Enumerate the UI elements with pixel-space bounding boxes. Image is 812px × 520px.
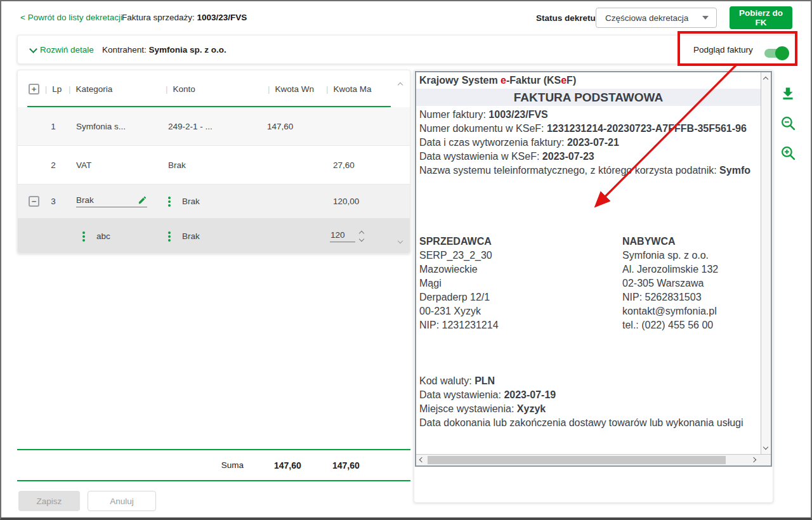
scroll-left-icon[interactable] <box>419 457 424 462</box>
invoice-preview-toggle-label: Podgląd faktury <box>693 45 753 55</box>
invoice-line: Numer faktury: 1003/23/FVS <box>416 108 761 122</box>
chevron-down-icon <box>702 16 709 20</box>
column-header-kwota-ma: |Kwota Ma <box>325 84 382 94</box>
cancel-button[interactable]: Anuluj <box>88 491 156 511</box>
collapse-row-button[interactable]: − <box>29 196 39 207</box>
seller-block: SPRZEDAWCA SERP_23_2_30 Mazowieckie Mągi… <box>419 235 622 332</box>
column-header-kwota-wn: |Kwota Wn <box>259 84 325 94</box>
table-subrow[interactable]: abc Brak <box>18 218 410 254</box>
seller-header: SPRZEDAWCA <box>419 236 492 247</box>
invoice-line: Data dokonania lub zakończenia dostawy t… <box>416 416 761 430</box>
stepper-down-icon[interactable] <box>359 237 364 242</box>
sum-row: Suma 147,60 147,60 <box>17 449 410 481</box>
back-to-decree-list-link[interactable]: < Powrót do listy dekretacji <box>20 13 122 22</box>
zoom-in-icon[interactable] <box>780 145 796 162</box>
invoice-type-title: FAKTURA PODSTAWOWA <box>416 89 761 106</box>
cell-kwota-ma: 27,60 <box>325 160 382 170</box>
decree-status-select[interactable]: Częściowa dekretacja <box>596 8 717 28</box>
cell-lp: 1 <box>39 122 67 131</box>
table-row[interactable]: − 3 Brak 120,00 <box>18 185 410 218</box>
preview-vertical-scrollbar[interactable] <box>761 72 771 454</box>
contractor-label: Kontrahent: <box>102 45 147 55</box>
invoice-line: Data wystawienia: 2023-07-19 <box>416 388 761 402</box>
column-header-lp: |Lp <box>39 84 67 94</box>
invoice-document: Krajowy System e-Faktur (KSeF) FAKTURA P… <box>416 72 761 454</box>
sum-kwota-ma: 147,60 <box>332 460 360 471</box>
details-bar: Rozwiń detale Kontrahent: Symfonia sp. z… <box>17 35 796 64</box>
invoice-line: Data wystawienia w KSeF: 2023-07-23 <box>416 150 761 164</box>
invoice-number: 1003/23/FVS <box>197 13 247 22</box>
cell-kategoria: abc <box>96 231 110 241</box>
app-window: < Powrót do listy dekretacji Faktura spr… <box>0 0 812 520</box>
cell-kategoria: Symfonia s... <box>67 122 162 131</box>
table-row[interactable]: 2 VAT Brak 27,60 <box>18 146 410 185</box>
scroll-right-icon[interactable] <box>751 457 756 462</box>
cell-lp: 2 <box>39 160 67 170</box>
buyer-block: NABYWCA Symfonia sp. z o.o. Al. Jerozoli… <box>622 235 718 332</box>
number-stepper[interactable] <box>360 231 363 241</box>
konto-menu-icon[interactable] <box>168 231 171 242</box>
kategoria-edit-field[interactable] <box>76 195 147 207</box>
chevron-down-icon <box>29 46 37 54</box>
invoice-preview-panel: Krajowy System e-Faktur (KSeF) FAKTURA P… <box>414 70 773 503</box>
toggle-knob-icon <box>775 46 789 60</box>
kwota-ma-input[interactable] <box>330 230 353 240</box>
cell-konto: Brak <box>182 231 200 241</box>
expand-all-button[interactable]: + <box>29 84 39 94</box>
konto-menu-icon[interactable] <box>168 197 171 207</box>
invoice-document-frame: Krajowy System e-Faktur (KSeF) FAKTURA P… <box>415 71 772 467</box>
kategoria-menu-icon[interactable] <box>82 231 85 242</box>
invoice-title: Faktura sprzedaży: 1003/23/FVS <box>122 13 247 22</box>
preview-horizontal-scrollbar[interactable] <box>416 454 771 465</box>
scroll-down-icon[interactable] <box>763 445 768 450</box>
cell-konto: Brak <box>162 160 259 170</box>
save-button[interactable]: Zapisz <box>18 491 80 511</box>
download-icon[interactable] <box>780 86 796 103</box>
invoice-line: Data i czas wytworzenia faktury: 2023-07… <box>416 136 761 150</box>
preview-toolbar <box>780 86 796 162</box>
cell-konto: Brak <box>182 197 200 206</box>
expand-details-link[interactable]: Rozwiń detale <box>30 45 94 55</box>
column-header-kategoria: |Kategoria <box>67 84 162 94</box>
invoice-label: Faktura sprzedaży: <box>122 13 195 22</box>
invoice-line: Miejsce wystawienia: Xyzyk <box>416 402 761 416</box>
download-to-fk-button[interactable]: Pobierz do FK <box>730 6 792 29</box>
top-bar: < Powrót do listy dekretacji Faktura spr… <box>1 1 811 34</box>
scrollbar-thumb[interactable] <box>428 456 726 464</box>
contractor-info: Kontrahent: Symfonia sp. z o.o. <box>102 45 226 55</box>
cell-kwota-wn: 147,60 <box>259 122 325 131</box>
contractor-name: Symfonia sp. z o.o. <box>149 45 226 55</box>
cell-kwota-ma: 120,00 <box>325 197 382 206</box>
sum-label: Suma <box>162 460 258 470</box>
decree-status-value: Częściowa dekretacja <box>605 13 702 23</box>
buyer-header: NABYWCA <box>622 236 676 247</box>
cell-konto: 249-2-1 - ... <box>162 122 259 131</box>
status-label: Status dekretu: <box>536 13 598 23</box>
scroll-up-icon[interactable] <box>763 77 768 82</box>
cell-kategoria: VAT <box>67 160 162 170</box>
invoice-line: Kod waluty: PLN <box>416 374 761 388</box>
column-header-konto: |Konto <box>162 84 259 94</box>
invoice-line: Numer dokumentu w KSeF: 1231231214-20230… <box>416 122 761 136</box>
decree-table-header: + |Lp |Kategoria |Konto |Kwota Wn |Kwota… <box>18 70 410 107</box>
stepper-up-icon[interactable] <box>359 231 364 236</box>
ksef-header: Krajowy System e-Faktur (KSeF) <box>416 72 761 88</box>
invoice-preview-toggle[interactable] <box>764 49 787 58</box>
edit-pencil-icon[interactable] <box>138 195 147 205</box>
sum-kwota-wn: 147,60 <box>274 460 301 471</box>
table-row[interactable]: 1 Symfonia s... 249-2-1 - ... 147,60 <box>18 107 410 146</box>
decree-table: + |Lp |Kategoria |Konto |Kwota Wn |Kwota… <box>17 70 410 254</box>
zoom-out-icon[interactable] <box>780 115 796 133</box>
invoice-line: Nazwa systemu teleinformatycznego, z któ… <box>416 164 761 178</box>
cell-lp: 3 <box>39 197 67 206</box>
action-buttons: Zapisz Anuluj <box>18 491 156 511</box>
kategoria-input[interactable] <box>76 195 127 205</box>
